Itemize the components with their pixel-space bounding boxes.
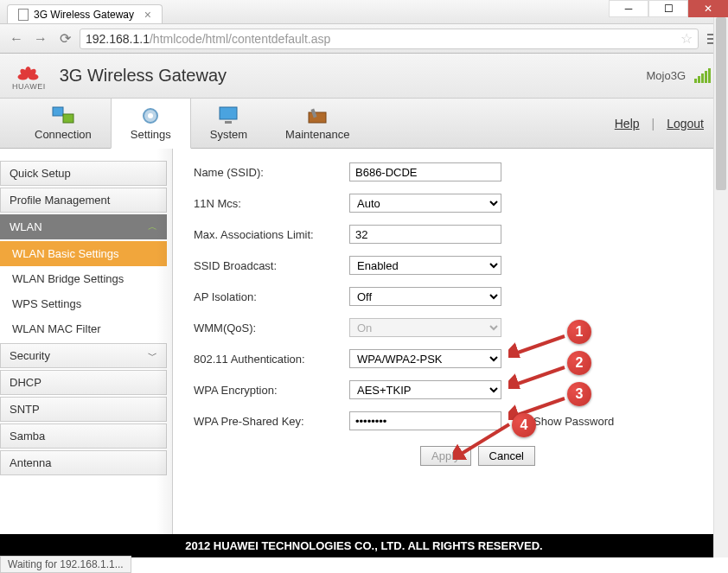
page-title: 3G Wireless Gateway xyxy=(60,66,227,86)
back-button[interactable]: ← xyxy=(7,29,26,48)
assoc-input[interactable] xyxy=(349,225,501,244)
wmm-label: WMM(QoS): xyxy=(194,322,349,334)
annotation-arrow-1 xyxy=(508,332,569,358)
annotation-badge-1: 1 xyxy=(567,320,591,344)
auth-select[interactable]: WPA/WPA2-PSK xyxy=(349,349,501,368)
account-name: Mojo3G xyxy=(646,69,686,82)
main-nav: Connection Settings System Maintenance H… xyxy=(0,99,728,149)
footer-copyright: 2012 HUAWEI TECHNOLOGIES CO., LTD. ALL R… xyxy=(0,534,728,557)
huawei-logo: HUAWEI xyxy=(12,61,46,91)
svg-rect-4 xyxy=(220,107,237,119)
sidebar-sub-wlan-bridge[interactable]: WLAN Bridge Settings xyxy=(0,266,167,291)
sidebar-sub-wlan-basic[interactable]: WLAN Basic Settings xyxy=(0,241,167,266)
nav-tab-system[interactable]: System xyxy=(191,99,266,148)
help-link[interactable]: Help xyxy=(615,117,640,131)
nav-separator: | xyxy=(652,117,655,131)
sidebar-item-antenna[interactable]: Antenna xyxy=(0,450,167,475)
psk-label: WPA Pre-Shared Key: xyxy=(194,415,349,428)
assoc-label: Max. Associations Limit: xyxy=(194,228,349,241)
chevron-down-icon: ﹀ xyxy=(148,349,157,362)
sidebar-item-wlan[interactable]: WLAN ︿ xyxy=(0,214,167,239)
annotation-arrow-4 xyxy=(453,420,514,460)
sidebar: Quick Setup Profile Management WLAN ︿ WL… xyxy=(0,149,173,550)
window-maximize-button[interactable]: ☐ xyxy=(648,0,688,17)
logout-link[interactable]: Logout xyxy=(667,117,704,131)
annotation-arrow-2 xyxy=(508,363,569,389)
svg-point-3 xyxy=(148,113,153,118)
tab-title: 3G Wireless Gateway xyxy=(34,9,134,21)
svg-line-9 xyxy=(515,367,565,385)
sidebar-item-quick-setup[interactable]: Quick Setup xyxy=(0,161,167,186)
svg-rect-0 xyxy=(53,107,63,116)
tab-close-icon[interactable]: × xyxy=(144,8,151,22)
vertical-scrollbar[interactable] xyxy=(713,0,728,557)
browser-status-text: Waiting for 192.168.1.1... xyxy=(0,556,131,573)
monitor-icon xyxy=(216,105,240,126)
mcs-label: 11N Mcs: xyxy=(194,197,349,210)
reload-button[interactable]: ⟳ xyxy=(55,29,74,48)
nav-label: Connection xyxy=(35,128,92,141)
sidebar-sub-mac-filter[interactable]: WLAN MAC Filter xyxy=(0,316,167,341)
ssid-label: Name (SSID): xyxy=(194,166,349,179)
nav-tab-settings[interactable]: Settings xyxy=(111,99,191,149)
sidebar-sub-wps[interactable]: WPS Settings xyxy=(0,291,167,316)
toolbox-icon xyxy=(305,105,329,126)
nav-tab-connection[interactable]: Connection xyxy=(16,99,111,148)
annotation-badge-2: 2 xyxy=(567,351,591,375)
svg-rect-6 xyxy=(309,112,326,123)
mcs-select[interactable]: Auto xyxy=(349,194,501,213)
signal-strength-icon xyxy=(694,68,711,83)
nav-tab-maintenance[interactable]: Maintenance xyxy=(266,99,368,148)
scrollbar-thumb[interactable] xyxy=(716,17,726,190)
forward-button[interactable]: → xyxy=(31,29,50,48)
sidebar-item-samba[interactable]: Samba xyxy=(0,423,167,449)
bookmark-star-icon[interactable]: ☆ xyxy=(680,30,693,47)
window-minimize-button[interactable]: ─ xyxy=(609,0,648,17)
connection-icon xyxy=(51,105,75,126)
wmm-select: On xyxy=(349,318,501,337)
nav-label: Maintenance xyxy=(285,128,349,141)
page-header: HUAWEI 3G Wireless Gateway Mojo3G xyxy=(0,54,728,99)
browser-tab[interactable]: 3G Wireless Gateway × xyxy=(7,4,163,23)
sidebar-item-security[interactable]: Security﹀ xyxy=(0,343,167,368)
annotation-badge-4: 4 xyxy=(512,413,536,437)
svg-rect-1 xyxy=(63,114,73,123)
page-icon xyxy=(18,9,29,21)
window-close-button[interactable]: ✕ xyxy=(688,0,728,17)
url-path: /htmlcode/html/contentdefault.asp xyxy=(150,32,330,46)
broadcast-select[interactable]: Enabled xyxy=(349,256,501,275)
svg-line-11 xyxy=(460,424,509,455)
annotation-badge-3: 3 xyxy=(567,382,591,406)
sidebar-item-profile-management[interactable]: Profile Management xyxy=(0,188,167,213)
enc-label: WPA Encryption: xyxy=(194,384,349,397)
apiso-select[interactable]: Off xyxy=(349,287,501,306)
sidebar-item-sntp[interactable]: SNTP xyxy=(0,397,167,422)
nav-label: Settings xyxy=(131,128,171,141)
apiso-label: AP Isolation: xyxy=(194,290,349,303)
gear-icon xyxy=(138,105,163,126)
broadcast-label: SSID Broadcast: xyxy=(194,259,349,272)
chevron-up-icon: ︿ xyxy=(148,220,157,233)
ssid-input[interactable] xyxy=(349,162,501,181)
logo-brand-text: HUAWEI xyxy=(12,82,46,91)
nav-label: System xyxy=(210,128,247,141)
auth-label: 802.11 Authentication: xyxy=(194,353,349,366)
form-area: Name (SSID): 11N Mcs: Auto Max. Associat… xyxy=(173,149,728,550)
url-host: 192.168.1.1 xyxy=(86,32,150,46)
svg-line-8 xyxy=(515,336,565,353)
enc-select[interactable]: AES+TKIP xyxy=(349,380,501,399)
sidebar-item-dhcp[interactable]: DHCP xyxy=(0,370,167,395)
svg-rect-5 xyxy=(225,121,232,124)
address-bar: ← → ⟳ 192.168.1.1/htmlcode/html/contentd… xyxy=(0,24,728,54)
url-input[interactable]: 192.168.1.1/htmlcode/html/contentdefault… xyxy=(80,29,699,49)
